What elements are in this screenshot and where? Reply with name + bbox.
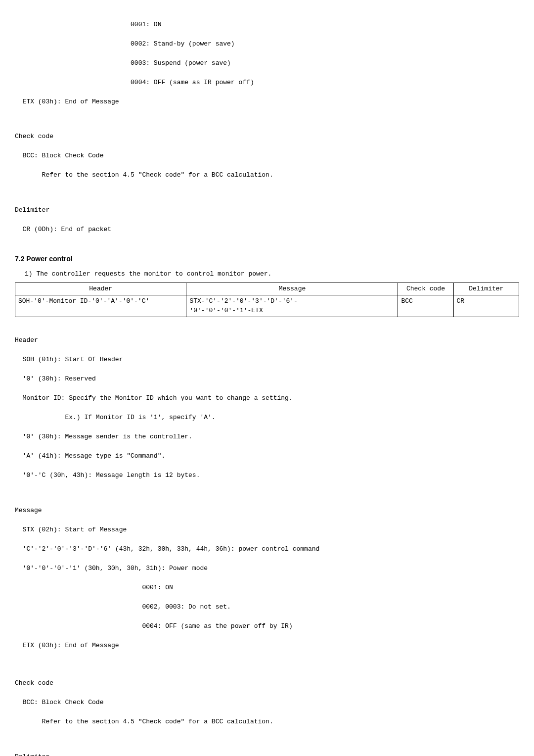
header-block: Header SOH (01h): Start Of Header '0' (3…	[15, 326, 519, 490]
th-header: Header	[15, 283, 186, 295]
code-line: 0002: Stand-by (power save)	[15, 39, 519, 49]
delimiter-block: Delimiter CR (0Dh): End of packet	[15, 195, 519, 244]
code-line: 0001: ON	[15, 20, 519, 30]
bcc-ref-line: Refer to the section 4.5 "Check code" fo…	[15, 170, 519, 180]
message-line: 0002, 0003: Do not set.	[15, 602, 519, 612]
td-checkcode: BCC	[398, 295, 453, 317]
message-line: ETX (03h): End of Message	[15, 641, 519, 651]
th-delimiter: Delimiter	[453, 283, 519, 295]
message-line: '0'-'0'-'0'-'1' (30h, 30h, 30h, 31h): Po…	[15, 564, 519, 573]
intro-line: 1) The controller requests the monitor t…	[25, 269, 519, 279]
bcc-line: BCC: Block Check Code	[15, 151, 519, 161]
message-line: 0004: OFF (same as the power off by IR)	[15, 621, 519, 631]
code-line: 0004: OFF (same as IR power off)	[15, 78, 519, 88]
message-line: STX (02h): Start of Message	[15, 525, 519, 535]
delimiter-heading: Delimiter	[15, 752, 519, 756]
check-code-block-2: Check code BCC: Block Check Code Refer t…	[15, 669, 519, 737]
header-line: Monitor ID: Specify the Monitor ID which…	[15, 393, 519, 403]
td-header: SOH-'0'-Monitor ID-'0'-'A'-'0'-'C'	[15, 295, 186, 317]
header-line: Ex.) If Monitor ID is '1', specify 'A'.	[15, 413, 519, 423]
section-title: 7.2 Power control	[15, 254, 519, 264]
etx-line: ETX (03h): End of Message	[15, 97, 519, 107]
th-message: Message	[186, 283, 398, 295]
td-message: STX-'C'-'2'-'0'-'3'-'D'-'6'- '0'-'0'-'0'…	[186, 295, 398, 317]
check-code-heading: Check code	[15, 132, 519, 142]
message-line: 0001: ON	[15, 583, 519, 593]
message-heading: Message	[15, 506, 519, 516]
header-line: 'A' (41h): Message type is "Command".	[15, 451, 519, 461]
header-line: '0' (30h): Message sender is the control…	[15, 432, 519, 442]
check-code-block: Check code BCC: Block Check Code Refer t…	[15, 122, 519, 190]
table-request: Header Message Check code Delimiter SOH-…	[15, 283, 519, 317]
cr-line: CR (0Dh): End of packet	[15, 225, 519, 235]
th-checkcode: Check code	[398, 283, 453, 295]
bcc-line: BCC: Block Check Code	[15, 698, 519, 708]
bcc-ref-line: Refer to the section 4.5 "Check code" fo…	[15, 717, 519, 727]
pre-codes-block: 0001: ON 0002: Stand-by (power save) 000…	[15, 10, 519, 116]
delimiter-block-2: Delimiter CR (0Dh): End of packet	[15, 742, 519, 756]
td-delimiter: CR	[453, 295, 519, 317]
header-line: SOH (01h): Start Of Header	[15, 355, 519, 365]
header-line: '0' (30h): Reserved	[15, 374, 519, 384]
check-code-heading: Check code	[15, 678, 519, 688]
code-line: 0003: Suspend (power save)	[15, 58, 519, 68]
header-line: '0'-'C (30h, 43h): Message length is 12 …	[15, 471, 519, 480]
message-block: Message STX (02h): Start of Message 'C'-…	[15, 496, 519, 660]
delimiter-heading: Delimiter	[15, 205, 519, 215]
message-line: 'C'-'2'-'0'-'3'-'D'-'6' (43h, 32h, 30h, …	[15, 544, 519, 554]
header-heading: Header	[15, 335, 519, 345]
